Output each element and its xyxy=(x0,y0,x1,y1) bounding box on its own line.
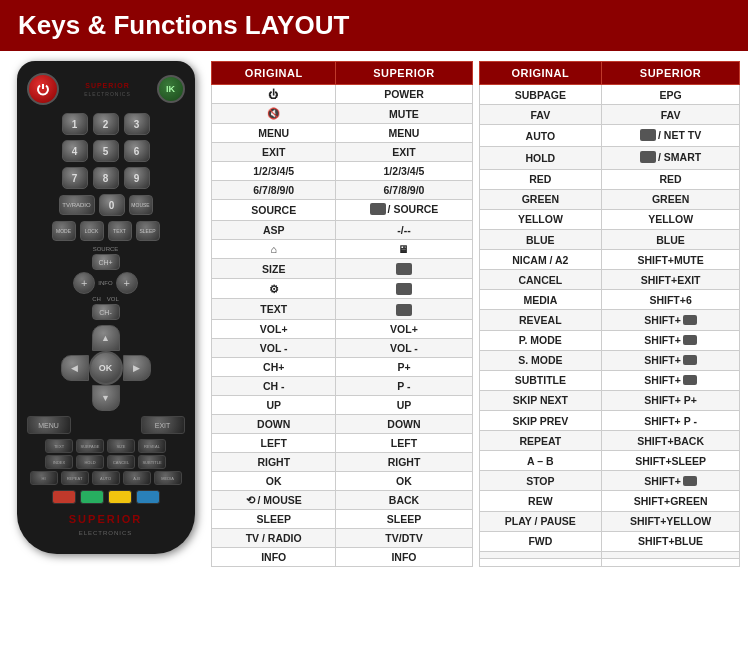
table-cell-superior: SHIFT+EXIT xyxy=(602,270,740,290)
table-cell-original: P. MODE xyxy=(479,330,602,350)
table-cell-superior: P+ xyxy=(336,357,472,376)
table-row: VOL+VOL+ xyxy=(212,319,473,338)
table-cell-superior: YELLOW xyxy=(602,209,740,229)
table-cell-superior: P - xyxy=(336,376,472,395)
table-cell-superior: SHIFT+ xyxy=(602,350,740,370)
table-cell-original: PLAY / PAUSE xyxy=(479,511,602,531)
page-title: Keys & Functions LAYOUT xyxy=(0,0,748,51)
table-row: REVEALSHIFT+ xyxy=(479,310,740,330)
reveal-func: REVEAL xyxy=(138,439,166,453)
lock-btn: LOCK xyxy=(80,221,104,241)
table-cell-original: ⚙ xyxy=(212,279,336,299)
table-cell-superior: BLUE xyxy=(602,229,740,249)
btn-6: 6 xyxy=(124,140,150,162)
table-cell-original: SUBPAGE xyxy=(479,85,602,105)
table-cell-superior: VOL+ xyxy=(336,319,472,338)
table-cell-superior: DOWN xyxy=(336,414,472,433)
table-cell-original: REVEAL xyxy=(479,310,602,330)
red-btn xyxy=(52,490,76,504)
table-cell-superior xyxy=(336,259,472,279)
table-cell-original: RED xyxy=(479,169,602,189)
table-cell-original: HOLD xyxy=(479,147,602,169)
table-row: AUTO / NET TV xyxy=(479,125,740,147)
table-cell-original: SOURCE xyxy=(212,200,336,221)
table-cell-original: SIZE xyxy=(212,259,336,279)
mode-row: MODE LOCK TEXT SLEEP xyxy=(27,221,185,241)
menu-exit-row: MENU EXIT xyxy=(27,416,185,434)
ch-vol-area: SOURCE CH+ + INFO + CHVOL CH- xyxy=(27,246,185,320)
table-cell-original: TV / RADIO xyxy=(212,528,336,547)
btn-1: 1 xyxy=(62,113,88,135)
hi-func: HI xyxy=(30,471,58,485)
table-row: REPEATSHIFT+BACK xyxy=(479,431,740,451)
table-cell-original: 1/2/3/4/5 xyxy=(212,162,336,181)
table-cell-original: BLUE xyxy=(479,229,602,249)
subpage-func: SUBPAGE xyxy=(76,439,104,453)
table-row xyxy=(479,551,740,558)
table-row: 6/7/8/9/06/7/8/9/0 xyxy=(212,181,473,200)
table-cell-original: REW xyxy=(479,491,602,511)
table-cell-superior: MENU xyxy=(336,124,472,143)
table-row: GREENGREEN xyxy=(479,189,740,209)
table-cell-original xyxy=(479,551,602,558)
table-row: RIGHTRIGHT xyxy=(212,452,473,471)
ok-btn: OK xyxy=(89,351,123,385)
table-row: SUBTITLESHIFT+ xyxy=(479,370,740,390)
table-cell-superior: SHIFT+BACK xyxy=(602,431,740,451)
table-row: FAVFAV xyxy=(479,105,740,125)
table-cell-superior: LEFT xyxy=(336,433,472,452)
mouse-btn: MOUSE xyxy=(129,195,153,215)
color-buttons xyxy=(52,490,160,504)
table1-col1-header: ORIGINAL xyxy=(212,62,336,85)
text-func: TEXT xyxy=(45,439,73,453)
table-row: LEFTLEFT xyxy=(212,433,473,452)
mode-btn1: MODE xyxy=(52,221,76,241)
table-row: HOLD/ SMART xyxy=(479,147,740,169)
table-cell-superior: 🖥 xyxy=(336,240,472,259)
green-btn xyxy=(80,490,104,504)
btn-9: 9 xyxy=(124,167,150,189)
table-cell-superior: MUTE xyxy=(336,104,472,124)
table-row: 1/2/3/4/51/2/3/4/5 xyxy=(212,162,473,181)
table-row: SKIP NEXTSHIFT+ P+ xyxy=(479,390,740,410)
size-func: SIZE xyxy=(107,439,135,453)
table-cell-original: SKIP PREV xyxy=(479,410,602,430)
table-row: CH -P - xyxy=(212,376,473,395)
exit-btn: EXIT xyxy=(141,416,185,434)
table-cell-superior xyxy=(336,299,472,319)
table-cell-superior: EPG xyxy=(602,85,740,105)
table-cell-original: REPEAT xyxy=(479,431,602,451)
table-row: FWDSHIFT+BLUE xyxy=(479,531,740,551)
num-row-3: 7 8 9 xyxy=(62,167,150,189)
table-cell-superior: EXIT xyxy=(336,143,472,162)
table-row xyxy=(479,559,740,567)
table-row: ⚙ xyxy=(212,279,473,299)
btn-4: 4 xyxy=(62,140,88,162)
table-row: STOPSHIFT+ xyxy=(479,471,740,491)
table-row: DOWNDOWN xyxy=(212,414,473,433)
table-row: MENUMENU xyxy=(212,124,473,143)
table-cell-original: ASP xyxy=(212,221,336,240)
table-cell-superior: 1/2/3/4/5 xyxy=(336,162,472,181)
table-cell-superior: RIGHT xyxy=(336,452,472,471)
table1-col2-header: SUPERIOR xyxy=(336,62,472,85)
table-row: CANCELSHIFT+EXIT xyxy=(479,270,740,290)
table-row: SLEEPSLEEP xyxy=(212,509,473,528)
table-cell-superior xyxy=(336,279,472,299)
cancel-func: CANCEL xyxy=(107,455,135,469)
table-cell-original: ⟲ / MOUSE xyxy=(212,490,336,509)
table-cell-superior xyxy=(602,551,740,558)
btn-0: 0 xyxy=(99,194,125,216)
auto-func: AUTO xyxy=(92,471,120,485)
table-cell-superior: UP xyxy=(336,395,472,414)
table-cell-original: STOP xyxy=(479,471,602,491)
nav-down: ▼ xyxy=(92,385,120,411)
table-row: VOL -VOL - xyxy=(212,338,473,357)
nav-up: ▲ xyxy=(92,325,120,351)
table-cell-original: NICAM / A2 xyxy=(479,250,602,270)
btn-5: 5 xyxy=(93,140,119,162)
table-cell-original: FAV xyxy=(479,105,602,125)
ch-plus: CH+ xyxy=(92,254,120,270)
table-cell-original: MENU xyxy=(212,124,336,143)
tables-area: ORIGINAL SUPERIOR ⏻POWER🔇MUTEMENUMENUEXI… xyxy=(211,61,740,567)
